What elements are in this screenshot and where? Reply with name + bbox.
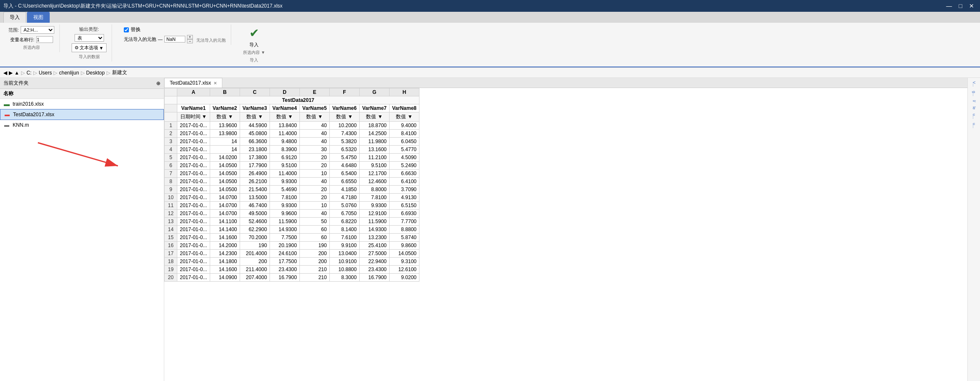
varname-7: VarName7 <box>359 104 389 112</box>
text-options-btn[interactable]: ⚙ 文本选项 ▼ <box>72 43 107 52</box>
right-btn-6[interactable]: u... <box>971 121 977 130</box>
col-header-H: H <box>390 88 419 96</box>
group-label-cannot-import: 无法导入的元胞 <box>196 37 226 43</box>
bc-sep1: ▷ <box>21 70 25 76</box>
back-btn[interactable]: ◀ <box>3 70 7 76</box>
dash: — <box>158 37 163 42</box>
plus-btn[interactable]: + <box>187 35 193 39</box>
group-label-selection: 所选内容 <box>23 45 40 51</box>
up-btn[interactable]: ▲ <box>14 70 19 76</box>
replace-label: 替换 <box>131 26 141 33</box>
subheader-3: 数值 ▼ <box>240 112 270 122</box>
varname-6: VarName6 <box>329 104 359 112</box>
right-btn-3[interactable]: l/ <box>971 99 977 104</box>
ribbon: 范围: A2:H... 变量名称行: 所选内容 输出类型: 表 ⚙ <box>0 23 980 67</box>
expand-icon[interactable]: ⊕ <box>156 80 160 86</box>
output-type-label: 输出类型: <box>79 26 99 32</box>
excel-icon-testdata: ▬ <box>4 111 11 118</box>
data-table: A B C D E F G H TestData2017 <box>164 88 419 282</box>
sheet-tab-name: TestData2017.xlsx <box>170 80 211 86</box>
table-row: 102017-01-0...14.070013.50007.8100204.71… <box>165 194 419 202</box>
table-row: 112017-01-0...14.070046.74009.9300105.07… <box>165 202 419 210</box>
varname-1: VarName1 <box>177 104 210 112</box>
varname-2: VarName2 <box>210 104 240 112</box>
current-folder-label: 当前文件夹 <box>3 80 29 87</box>
nan-area: 无法导入的元胞 — + − <box>124 35 193 43</box>
minus-btn[interactable]: − <box>187 39 193 43</box>
subheader-rownum <box>165 112 177 122</box>
m-file-icon: ▬ <box>3 122 10 128</box>
file-name-testdata2017: TestData2017.xlsx <box>13 112 54 117</box>
subheader-row: 日期时间 ▼ 数值 ▼ 数值 ▼ 数值 ▼ 数值 ▼ 数值 ▼ 数值 ▼ 数值 … <box>165 112 419 122</box>
table-row: 162017-01-0...14.200019020.19001909.9100… <box>165 242 419 250</box>
var-name-label: 变量名称行: <box>10 37 35 43</box>
varname-4: VarName4 <box>270 104 299 112</box>
dropdown-icon: ▼ <box>99 45 104 51</box>
bc-desktop[interactable]: Desktop <box>86 70 105 76</box>
main-area: TestData2017.xlsx ✕ A B C D E F G <box>164 78 967 381</box>
file-item-train2016[interactable]: ▬ train2016.xlsx <box>0 99 164 109</box>
text-options-label: 文本选项 <box>80 45 98 51</box>
subheader-5: 数值 ▼ <box>299 112 329 122</box>
sheet-tab-close[interactable]: ✕ <box>214 81 217 85</box>
bc-users[interactable]: Users <box>39 70 52 76</box>
col-header-A: A <box>177 88 210 96</box>
plus-minus-btns: + − <box>187 35 193 43</box>
output-type-select[interactable]: 表 <box>75 34 104 42</box>
group-label-import-data: 导入的数据 <box>79 54 100 60</box>
replace-checkbox-row: 替换 <box>124 26 193 33</box>
subheader-2: 数值 ▼ <box>210 112 240 122</box>
maximize-btn[interactable]: □ <box>956 3 965 9</box>
file-col-name: 名称 <box>0 89 164 99</box>
var-name-spinner[interactable] <box>36 36 53 43</box>
ribbon-group-selection: 范围: A2:H... 变量名称行: 所选内容 <box>3 24 60 52</box>
sheet-title: TestData2017 <box>177 96 419 104</box>
varname-rownum <box>165 104 177 112</box>
right-btn-5[interactable]: u... <box>971 112 977 121</box>
file-name-train2016: train2016.xlsx <box>13 101 44 107</box>
nan-input[interactable] <box>164 36 185 43</box>
output-type-row: 输出类型: <box>79 26 99 32</box>
tab-import[interactable]: 导入 <box>3 12 26 23</box>
sheet-tab-bar: TestData2017.xlsx ✕ <box>164 78 967 88</box>
workspace: 当前文件夹 ⊕ 名称 ▬ train2016.xlsx ▬ TestData20… <box>0 78 980 381</box>
tab-view[interactable]: 视图 <box>27 12 50 23</box>
right-btn-1[interactable]: V... <box>971 80 977 88</box>
forward-btn[interactable]: ▶ <box>9 70 13 76</box>
table-row: 42017-01-0...1423.18008.3900306.532013.1… <box>165 146 419 154</box>
right-btn-4[interactable]: le <box>971 105 977 111</box>
svg-line-1 <box>38 143 118 166</box>
check-icon: ✔ <box>249 26 259 40</box>
file-panel: 当前文件夹 ⊕ 名称 ▬ train2016.xlsx ▬ TestData20… <box>0 78 164 381</box>
table-row: 82017-01-0...14.050026.21009.9300406.655… <box>165 178 419 186</box>
table-row: 52017-01-0...14.020017.38006.9120205.475… <box>165 154 419 162</box>
file-item-testdata2017[interactable]: ▬ TestData2017.xlsx <box>0 109 164 120</box>
excel-icon-train: ▬ <box>3 101 10 107</box>
varname-3: VarName3 <box>240 104 270 112</box>
bc-newfile[interactable]: 新建文 <box>112 69 127 76</box>
close-btn[interactable]: ✕ <box>967 3 977 9</box>
range-row: 范围: A2:H... <box>8 26 54 34</box>
output-type-select-row: 表 <box>75 34 104 42</box>
range-select[interactable]: A2:H... <box>21 26 54 34</box>
right-btn-2[interactable]: g... <box>971 89 977 98</box>
varname-8: VarName8 <box>390 104 419 112</box>
table-row: 132017-01-0...14.110052.460011.5900506.8… <box>165 218 419 226</box>
minimize-btn[interactable]: — <box>944 3 955 9</box>
tab-bar: 导入 视图 <box>0 12 980 23</box>
title-rownum <box>165 96 177 104</box>
table-row: 182017-01-0...14.180020017.750020010.910… <box>165 258 419 266</box>
table-row: 172017-01-0...14.2300201.400024.61002001… <box>165 250 419 258</box>
file-item-knn[interactable]: ▬ KNN.m <box>0 120 164 130</box>
sheet-tab-testdata[interactable]: TestData2017.xlsx ✕ <box>164 78 222 88</box>
bc-sep3: ▷ <box>53 70 57 76</box>
varname-row: VarName1 VarName2 VarName3 VarName4 VarN… <box>165 104 419 112</box>
replace-checkbox[interactable] <box>124 27 129 32</box>
table-row: 122017-01-0...14.070049.50009.9600406.70… <box>165 210 419 218</box>
bc-chenlijun[interactable]: chenlijun <box>59 70 79 76</box>
window-controls[interactable]: — □ ✕ <box>944 3 977 9</box>
ribbon-group-do-import[interactable]: ✔ 导入 所选内容 ▼ 导入 <box>238 24 270 65</box>
bc-c[interactable]: C: <box>27 70 32 76</box>
col-header-F: F <box>329 88 359 96</box>
col-header-rownum <box>165 88 177 96</box>
